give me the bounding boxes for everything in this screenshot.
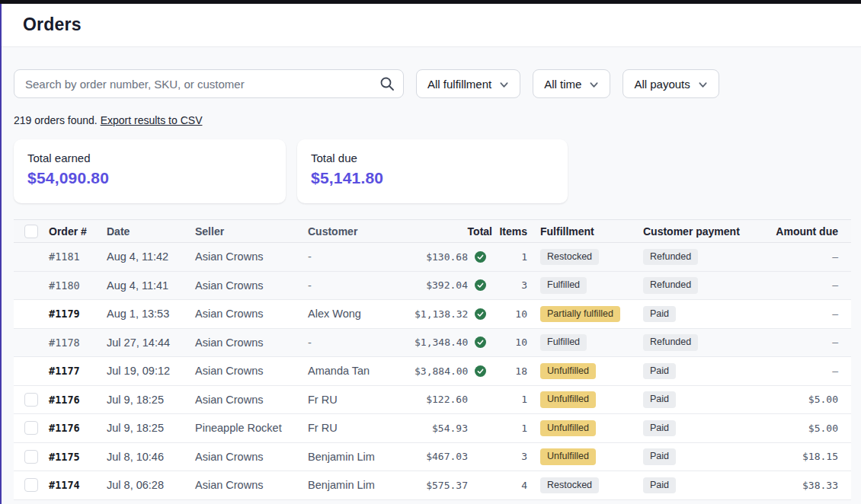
payout-check-icon [475, 251, 486, 263]
table-row[interactable]: #1175 Jul 8, 10:46 Asian Crowns Benjamin… [14, 443, 851, 472]
filter-time[interactable]: All time [533, 69, 610, 98]
amount-due: – [765, 279, 851, 291]
items-count: 1 [492, 251, 527, 263]
order-total: $54.93 [414, 423, 468, 434]
items-count: 18 [492, 365, 527, 377]
items-count: 10 [492, 337, 527, 348]
table-row[interactable]: #1176 Jul 9, 18:25 Pineapple Rocket Fr R… [14, 414, 851, 443]
seller-name: Asian Crowns [195, 279, 308, 292]
payment-badge: Paid [643, 477, 676, 494]
row-checkbox-cell [14, 393, 49, 407]
fulfillment-cell: Restocked [527, 477, 643, 494]
chevron-down-icon [698, 80, 708, 90]
customer-name: Alex Wong [308, 308, 414, 320]
fulfillment-badge: Fulfilled [540, 277, 587, 294]
payment-cell: Paid [643, 306, 765, 323]
customer-name: Fr RU [308, 422, 414, 434]
filter-time-label: All time [544, 78, 581, 91]
order-number: #1175 [49, 451, 107, 463]
order-number: #1180 [49, 279, 107, 292]
table-row[interactable]: #1176 Jul 9, 18:25 Asian Crowns Fr RU $1… [14, 386, 851, 415]
fulfillment-badge: Partially fulfilled [540, 306, 620, 323]
filter-payouts[interactable]: All payouts [623, 69, 719, 98]
row-checkbox[interactable] [24, 478, 38, 492]
table-header-row: Order # Date Seller Customer Total Items… [14, 219, 851, 243]
fulfillment-cell: Fulfilled [527, 277, 643, 294]
order-date: Jul 9, 18:25 [107, 394, 195, 406]
chevron-down-icon [589, 80, 599, 90]
order-number: #1181 [49, 250, 107, 263]
payout-check-icon [475, 308, 486, 320]
row-checkbox[interactable] [24, 421, 38, 435]
payment-badge: Paid [643, 363, 676, 380]
column-header-fulfillment: Fulfillment [527, 225, 643, 238]
card-total-earned: Total earned $54,090.80 [14, 139, 286, 203]
search-icon[interactable] [379, 76, 395, 91]
fulfillment-cell: Partially fulfilled [527, 306, 643, 323]
fulfillment-cell: Unfulfilled [527, 420, 643, 437]
table-row[interactable]: #1178 Jul 27, 14:44 Asian Crowns - $1,34… [14, 329, 851, 358]
column-header-amount-due: Amount due [765, 225, 851, 238]
fulfillment-badge: Fulfilled [540, 334, 587, 351]
order-number: #1177 [49, 365, 107, 377]
payout-status-cell [468, 365, 492, 377]
amount-due: – [765, 251, 851, 263]
amount-due: – [765, 365, 851, 377]
fulfillment-cell: Fulfilled [527, 334, 643, 351]
items-count: 1 [492, 423, 527, 434]
table-row[interactable]: #1181 Aug 4, 11:42 Asian Crowns - $130.6… [14, 243, 851, 272]
fulfillment-cell: Restocked [527, 249, 643, 266]
fulfillment-badge: Unfulfilled [540, 420, 596, 437]
export-csv-link[interactable]: Export results to CSV [101, 114, 203, 126]
order-date: Aug 1, 13:53 [107, 308, 195, 320]
seller-name: Asian Crowns [195, 308, 308, 320]
amount-due: $5.00 [765, 423, 851, 434]
seller-name: Asian Crowns [195, 394, 308, 406]
card-total-earned-value: $54,090.80 [27, 169, 272, 187]
column-header-seller: Seller [195, 225, 308, 238]
payment-cell: Refunded [643, 277, 765, 294]
payment-badge: Refunded [643, 277, 698, 294]
order-number: #1176 [49, 394, 107, 406]
payout-status-cell [468, 308, 492, 320]
order-date: Jul 19, 09:12 [107, 365, 195, 377]
payout-check-icon [475, 279, 486, 291]
order-date: Jul 8, 06:28 [107, 479, 195, 491]
column-header-items: Items [492, 225, 527, 238]
seller-name: Asian Crowns [195, 250, 308, 263]
table-row[interactable]: #1177 Jul 19, 09:12 Asian Crowns Amanda … [14, 357, 851, 386]
filter-fulfillment[interactable]: All fulfillment [416, 69, 520, 98]
customer-name: Amanda Tan [308, 365, 414, 377]
column-header-date: Date [107, 225, 195, 238]
seller-name: Asian Crowns [195, 365, 308, 377]
table-row[interactable]: #1180 Aug 4, 11:41 Asian Crowns - $392.0… [14, 272, 851, 301]
order-number: #1176 [49, 422, 107, 434]
select-all-checkbox[interactable] [24, 225, 38, 238]
column-header-customer: Customer [308, 225, 414, 238]
filters-toolbar: All fulfillment All time All payouts [14, 69, 851, 98]
row-checkbox[interactable] [24, 393, 38, 407]
table-row[interactable]: #1179 Aug 1, 13:53 Asian Crowns Alex Won… [14, 300, 851, 329]
amount-due: – [765, 308, 851, 320]
order-date: Aug 4, 11:42 [107, 250, 195, 263]
order-total: $1,138.32 [414, 308, 468, 320]
amount-due: $18.15 [765, 451, 851, 462]
filter-fulfillment-label: All fulfillment [427, 78, 491, 91]
seller-name: Pineapple Rocket [195, 422, 308, 434]
payment-cell: Paid [643, 391, 765, 408]
search-input[interactable] [14, 69, 404, 98]
payment-badge: Paid [643, 420, 676, 437]
payment-badge: Refunded [643, 334, 698, 351]
payment-cell: Paid [643, 477, 765, 494]
table-row[interactable]: #1174 Jul 8, 06:28 Asian Crowns Benjamin… [14, 471, 851, 500]
amount-due: $5.00 [765, 394, 851, 405]
select-all-checkbox-cell [14, 225, 49, 238]
order-number: #1179 [49, 308, 107, 320]
filter-payouts-label: All payouts [634, 78, 690, 91]
order-total: $575.37 [414, 480, 468, 491]
summary-cards: Total earned $54,090.80 Total due $5,141… [14, 139, 851, 203]
amount-due: $38.33 [765, 480, 851, 491]
order-date: Aug 4, 11:41 [107, 279, 195, 292]
row-checkbox[interactable] [24, 450, 38, 464]
table-body: #1181 Aug 4, 11:42 Asian Crowns - $130.6… [14, 243, 851, 500]
